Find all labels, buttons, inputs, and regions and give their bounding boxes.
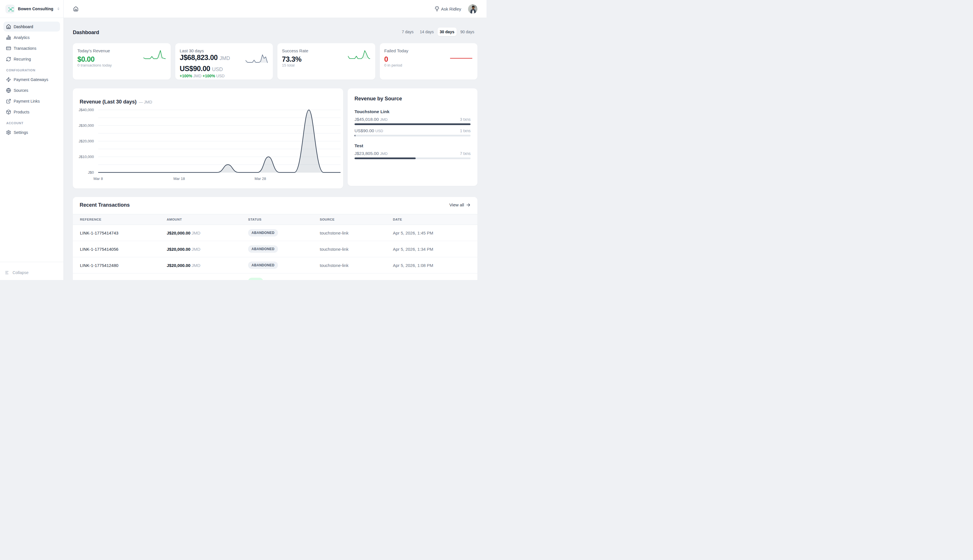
svg-text:J$0: J$0 xyxy=(88,170,94,175)
svg-text:Mar 8: Mar 8 xyxy=(93,177,103,181)
svg-text:Mar 18: Mar 18 xyxy=(173,177,185,181)
svg-text:J$10,000: J$10,000 xyxy=(79,155,94,159)
svg-text:J$40,000: J$40,000 xyxy=(79,108,94,112)
svg-text:J$20,000: J$20,000 xyxy=(79,139,94,143)
svg-text:Mar 28: Mar 28 xyxy=(255,177,266,181)
svg-text:J$30,000: J$30,000 xyxy=(79,123,94,128)
